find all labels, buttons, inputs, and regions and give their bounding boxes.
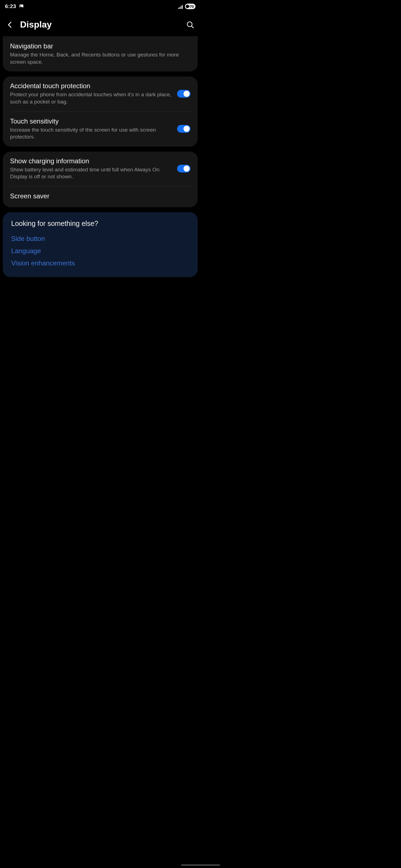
suggestion-vision-enhancements[interactable]: Vision enhancements <box>11 257 189 269</box>
status-right: 70 <box>178 4 196 9</box>
charging-info-row[interactable]: Show charging information Show battery l… <box>3 152 198 186</box>
navigation-bar-row[interactable]: Navigation bar Manage the Home, Back, an… <box>3 37 198 71</box>
leaf-icon <box>185 4 190 9</box>
touch-sensitivity-toggle[interactable] <box>177 125 191 133</box>
row-title: Show charging information <box>10 157 172 165</box>
row-title: Accidental touch protection <box>10 82 172 90</box>
svg-point-1 <box>20 5 21 6</box>
row-subtitle: Increase the touch sensitivity of the sc… <box>10 126 172 141</box>
row-subtitle: Manage the Home, Back, and Recents butto… <box>10 51 191 65</box>
status-time: 6:23 <box>5 3 16 9</box>
settings-card: Navigation bar Manage the Home, Back, an… <box>3 36 198 71</box>
svg-rect-4 <box>181 6 181 9</box>
svg-rect-2 <box>178 8 179 9</box>
charging-info-toggle[interactable] <box>177 165 191 173</box>
row-subtitle: Protect your phone from accidental touch… <box>10 91 172 105</box>
svg-line-7 <box>192 26 193 28</box>
suggestions-title: Looking for something else? <box>11 219 189 227</box>
svg-rect-5 <box>182 5 183 9</box>
accidental-touch-toggle[interactable] <box>177 90 191 98</box>
row-subtitle: Show battery level and estimated time un… <box>10 166 172 180</box>
accidental-touch-row[interactable]: Accidental touch protection Protect your… <box>3 76 198 111</box>
svg-rect-3 <box>179 7 180 9</box>
battery-percent: 70 <box>190 4 194 9</box>
page-title: Display <box>20 20 180 30</box>
page-header: Display <box>0 13 200 36</box>
back-button[interactable] <box>6 21 14 29</box>
status-left: 6:23 <box>5 3 24 9</box>
screen-saver-row[interactable]: Screen saver <box>10 186 191 207</box>
suggestions-card: Looking for something else? Side button … <box>3 212 198 277</box>
touch-sensitivity-row[interactable]: Touch sensitivity Increase the touch sen… <box>10 112 191 147</box>
battery-indicator: 70 <box>185 4 196 9</box>
search-button[interactable] <box>186 21 194 29</box>
settings-content: Navigation bar Manage the Home, Back, an… <box>0 36 200 277</box>
row-title: Touch sensitivity <box>10 117 172 125</box>
settings-card: Show charging information Show battery l… <box>3 152 198 207</box>
signal-icon <box>178 4 183 8</box>
settings-card: Accidental touch protection Protect your… <box>3 76 198 147</box>
suggestion-language[interactable]: Language <box>11 245 189 257</box>
image-icon <box>19 4 24 9</box>
suggestion-side-button[interactable]: Side button <box>11 232 189 245</box>
row-title: Navigation bar <box>10 42 191 50</box>
row-title: Screen saver <box>10 192 191 200</box>
status-bar: 6:23 70 <box>0 0 200 13</box>
